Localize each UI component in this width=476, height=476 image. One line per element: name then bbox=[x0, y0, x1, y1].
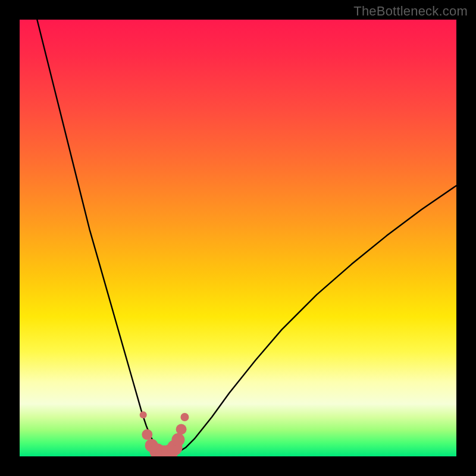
highlight-marker bbox=[171, 433, 184, 446]
chart-frame: TheBottleneck.com bbox=[0, 0, 476, 476]
curve-layer bbox=[20, 20, 456, 456]
highlight-marker bbox=[142, 429, 152, 440]
highlight-marker bbox=[180, 413, 189, 421]
plot-area bbox=[20, 20, 456, 456]
bottleneck-curve bbox=[37, 20, 456, 455]
highlight-marker bbox=[176, 424, 187, 434]
highlight-marker bbox=[140, 411, 147, 418]
watermark-text: TheBottleneck.com bbox=[353, 4, 468, 19]
